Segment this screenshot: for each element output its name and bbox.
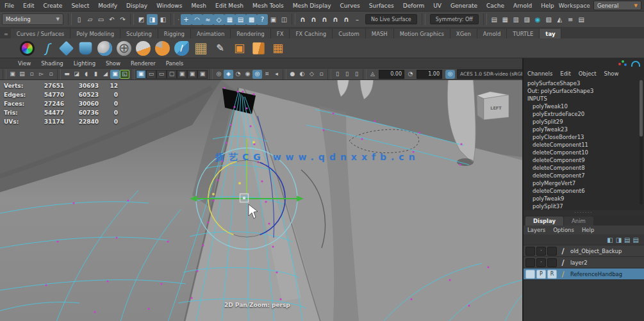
color-management-icon[interactable]: ◎ — [445, 70, 455, 79]
menu-set-dropdown[interactable]: Modeling ▼ — [2, 13, 63, 25]
render-icon[interactable]: ◉ — [533, 14, 543, 25]
layer-displaytype-toggle[interactable] — [547, 247, 557, 256]
viewport-toolbar-icon[interactable]: ▣ — [177, 70, 187, 79]
viewport-toolbar-icon[interactable] — [363, 69, 367, 79]
viewport-toolbar-icon[interactable]: ▻ — [37, 70, 46, 79]
layer-visibility-toggle[interactable] — [525, 247, 535, 256]
redo-arc-icon[interactable] — [631, 61, 640, 67]
shelf-tab[interactable]: Rigging — [158, 29, 191, 38]
layer-playback-toggle[interactable]: · — [536, 247, 546, 256]
channel-item[interactable]: polySplit37 — [524, 202, 644, 210]
menu-item[interactable]: Help — [536, 3, 559, 9]
viewport-toolbar-icon[interactable]: ◂ — [272, 70, 281, 79]
channel-item[interactable]: deleteComponent7 — [524, 172, 644, 179]
viewport-toolbar-icon[interactable]: ◎ — [214, 70, 224, 79]
viewport-toolbar-icon[interactable]: ▣ — [8, 70, 17, 79]
panel-menu-item[interactable]: View — [13, 60, 36, 67]
render-icon[interactable] — [483, 13, 487, 25]
shelf-tool-icon[interactable]: ✎ — [213, 41, 227, 56]
workspace-dropdown[interactable]: General ▼ — [593, 1, 641, 10]
channel-item[interactable]: INPUTS — [524, 95, 644, 103]
shelf-tool-icon[interactable]: ▣ — [232, 41, 247, 56]
status-line-icon[interactable]: + — [181, 14, 192, 25]
layer-visibility-toggle[interactable] — [525, 258, 535, 267]
channel-box-menu-item[interactable]: Show — [600, 70, 622, 77]
shelf-tab[interactable]: tay — [540, 29, 561, 38]
panel-tab[interactable]: Anim — [564, 217, 593, 226]
channel-box-menu-item[interactable]: Edit — [556, 70, 574, 77]
shelf-tool-icon[interactable] — [136, 41, 151, 56]
channel-item[interactable]: polyTweak23 — [524, 126, 644, 133]
layer-menu-item[interactable]: Options — [549, 227, 578, 233]
shelf-tab[interactable]: Animation — [191, 29, 231, 38]
layer-color-swatch[interactable]: ∕ — [558, 270, 568, 278]
viewport-toolbar-icon[interactable] — [327, 69, 331, 79]
channel-item[interactable]: deleteComponent8 — [524, 164, 644, 172]
viewport-toolbar-icon[interactable]: ▣ — [197, 70, 208, 79]
viewport-toolbar-icon[interactable]: ◇ — [307, 70, 317, 79]
render-icon[interactable]: ▤ — [489, 14, 500, 25]
panel-splitter[interactable]: ······· — [524, 210, 644, 215]
layer-color-swatch[interactable]: ∕ — [558, 247, 568, 255]
menu-item[interactable]: Create — [39, 3, 67, 9]
menu-item[interactable]: Mesh Tools — [248, 3, 288, 9]
menu-item[interactable]: File — [0, 3, 19, 9]
layer-toolbar-icon[interactable]: ▤ — [633, 236, 639, 243]
viewport-toolbar-icon[interactable]: ◱ — [120, 70, 129, 79]
menu-item[interactable]: Cache — [482, 3, 509, 9]
status-line-icon[interactable]: ▱ — [85, 14, 95, 25]
channel-item[interactable]: polyExtrudeFace20 — [524, 110, 644, 118]
panel-menu-item[interactable]: Show — [101, 60, 126, 67]
status-line-icon[interactable]: ? — [257, 14, 268, 25]
layer-displaytype-toggle[interactable]: R — [547, 270, 557, 279]
symmetry-field[interactable]: Symmetry: Off — [430, 14, 479, 24]
menu-item[interactable]: Modify — [94, 3, 122, 9]
viewport-toolbar-icon[interactable]: ▫ — [46, 70, 56, 79]
status-line-icon[interactable]: ◩ — [136, 14, 147, 25]
channel-item[interactable]: polyTweak9 — [524, 195, 644, 202]
status-line-icon[interactable]: ◫ — [279, 14, 290, 25]
viewport-canvas[interactable]: LEFT Verts:27651 3069312 Edges:54770 605… — [0, 80, 522, 321]
exposure-field[interactable]: 0.00 — [379, 70, 404, 79]
status-line-icon[interactable]: ◧ — [158, 14, 169, 25]
menu-item[interactable]: Generate — [446, 3, 482, 9]
layer-row[interactable]: P R ∕ ReferenceHandbag — [524, 268, 644, 279]
viewport-toolbar-icon[interactable]: ▯ — [342, 70, 352, 79]
layer-playback-toggle[interactable]: · — [536, 258, 546, 267]
viewport-toolbar-icon[interactable]: ▣ — [136, 70, 146, 79]
menu-item[interactable]: Surfaces — [365, 3, 399, 9]
panel-menu-item[interactable]: Renderer — [126, 60, 161, 67]
layer-name[interactable]: ReferenceHandbag — [569, 271, 622, 277]
viewport-toolbar-icon[interactable]: ▬ — [62, 70, 72, 79]
status-line-icon[interactable]: ↷ — [117, 14, 128, 25]
shelf-tool-icon[interactable]: ʃ — [40, 41, 54, 56]
channel-box-menu-item[interactable]: Object — [575, 70, 600, 77]
layer-displaytype-toggle[interactable] — [547, 258, 557, 267]
shelf-tool-icon[interactable]: ⊕ — [117, 41, 131, 56]
status-line-icon[interactable]: ▩ — [246, 14, 257, 25]
status-line-icon[interactable]: ∩ — [308, 14, 319, 25]
shelf-tab[interactable]: MASH — [366, 29, 394, 38]
channel-item[interactable]: deleteComponent11 — [524, 141, 644, 149]
status-line-icon[interactable]: ∩ — [319, 14, 330, 25]
render-icon[interactable]: ▧ — [543, 14, 554, 25]
shelf-tool-icon[interactable] — [97, 41, 112, 56]
channel-box-menu-item[interactable]: Channels — [524, 70, 556, 77]
status-line-icon[interactable] — [130, 13, 134, 25]
status-line-icon[interactable]: ▤ — [235, 14, 246, 25]
render-icon[interactable]: ▤ — [576, 14, 587, 25]
layer-toolbar-icon[interactable]: ▤ — [624, 236, 630, 243]
status-line-icon[interactable]: ▯ — [74, 14, 85, 25]
shelf-tool-icon[interactable]: ▦ — [270, 41, 285, 56]
shelf-tab[interactable]: Custom — [333, 29, 366, 38]
shelf-tool-icon[interactable]: / — [174, 41, 189, 56]
layer-color-swatch[interactable]: ∕ — [558, 258, 568, 267]
shelf-tool-icon[interactable] — [155, 41, 170, 56]
viewport-toolbar-icon[interactable]: ▢ — [167, 70, 177, 79]
render-icon[interactable]: ≡ — [565, 14, 576, 25]
shelf-tab[interactable]: XGen — [450, 29, 477, 38]
layer-row[interactable]: · ∕ old_Object_Backup — [524, 245, 644, 256]
viewport-toolbar-icon[interactable]: ◉ — [243, 70, 252, 79]
channel-item[interactable]: polyMergeVert7 — [524, 179, 644, 187]
shelf-tool-icon[interactable] — [252, 42, 264, 54]
